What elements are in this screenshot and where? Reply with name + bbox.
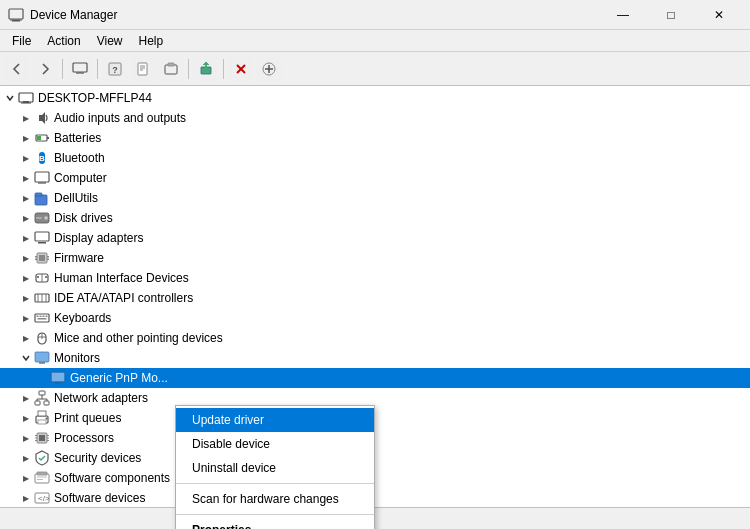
softdev-toggle[interactable]: ▶	[18, 490, 34, 506]
softcomp-label: Software components	[54, 471, 170, 485]
root-toggle[interactable]	[2, 90, 18, 106]
audio-toggle[interactable]: ▶	[18, 110, 34, 126]
menu-action[interactable]: Action	[39, 30, 88, 52]
monitors-icon	[34, 350, 50, 366]
context-menu: Update driver Disable device Uninstall d…	[175, 405, 375, 529]
hid-label: Human Interface Devices	[54, 271, 189, 285]
softcomp-toggle[interactable]: ▶	[18, 470, 34, 486]
firmware-toggle[interactable]: ▶	[18, 250, 34, 266]
minimize-button[interactable]: —	[600, 0, 646, 30]
toolbar-sep-3	[188, 59, 189, 79]
menu-help[interactable]: Help	[131, 30, 172, 52]
tree-firmware[interactable]: ▶ Firmware	[0, 248, 750, 268]
context-uninstall-device[interactable]: Uninstall device	[176, 456, 374, 480]
svg-rect-65	[39, 391, 45, 395]
svg-rect-19	[19, 93, 33, 102]
hid-toggle[interactable]: ▶	[18, 270, 34, 286]
security-toggle[interactable]: ▶	[18, 450, 34, 466]
tree-monitors[interactable]: Monitors	[0, 348, 750, 368]
display-label: Display adapters	[54, 231, 143, 245]
svg-rect-39	[47, 256, 49, 258]
generic-pnp-toggle	[34, 370, 50, 386]
network-toggle[interactable]: ▶	[18, 390, 34, 406]
print-toggle[interactable]: ▶	[18, 410, 34, 426]
monitors-toggle[interactable]	[18, 350, 34, 366]
ide-toggle[interactable]: ▶	[18, 290, 34, 306]
scan-button[interactable]	[158, 56, 184, 82]
add-button[interactable]	[256, 56, 282, 82]
update-driver-button[interactable]	[193, 56, 219, 82]
tree-dellutils[interactable]: ▶ DellUtils	[0, 188, 750, 208]
svg-rect-73	[38, 411, 46, 416]
batteries-label: Batteries	[54, 131, 101, 145]
processors-toggle[interactable]: ▶	[18, 430, 34, 446]
tree-batteries[interactable]: ▶ Batteries	[0, 128, 750, 148]
svg-rect-66	[35, 401, 40, 405]
tree-diskdrives[interactable]: ▶ Disk drives	[0, 208, 750, 228]
svg-rect-51	[37, 316, 39, 318]
toolbar-sep-2	[97, 59, 98, 79]
remove-button[interactable]	[228, 56, 254, 82]
context-update-driver[interactable]: Update driver	[176, 408, 374, 432]
svg-rect-55	[38, 318, 47, 320]
svg-rect-38	[35, 256, 37, 258]
forward-button[interactable]	[32, 56, 58, 82]
svg-rect-24	[37, 136, 41, 140]
title-bar: Device Manager — □ ✕	[0, 0, 750, 30]
close-button[interactable]: ✕	[696, 0, 742, 30]
bluetooth-toggle[interactable]: ▶	[18, 150, 34, 166]
window-title: Device Manager	[30, 8, 600, 22]
tree-display[interactable]: ▶ Display adapters	[0, 228, 750, 248]
back-button[interactable]	[4, 56, 30, 82]
keyboards-label: Keyboards	[54, 311, 111, 325]
svg-rect-63	[52, 373, 64, 381]
tree-computer[interactable]: ▶ Computer	[0, 168, 750, 188]
display-toggle[interactable]: ▶	[18, 230, 34, 246]
dellutils-toggle[interactable]: ▶	[18, 190, 34, 206]
mice-toggle[interactable]: ▶	[18, 330, 34, 346]
monitors-label: Monitors	[54, 351, 100, 365]
tree-mice[interactable]: ▶ Mice and other pointing devices	[0, 328, 750, 348]
device-manager-button[interactable]	[67, 56, 93, 82]
svg-rect-60	[36, 353, 48, 361]
firmware-label: Firmware	[54, 251, 104, 265]
mice-icon	[34, 330, 50, 346]
context-disable-device[interactable]: Disable device	[176, 432, 374, 456]
toolbar-sep-4	[223, 59, 224, 79]
context-properties[interactable]: Properties	[176, 518, 374, 529]
menu-view[interactable]: View	[89, 30, 131, 52]
svg-rect-0	[9, 9, 23, 19]
help-button[interactable]: ?	[102, 56, 128, 82]
diskdrives-toggle[interactable]: ▶	[18, 210, 34, 226]
menu-file[interactable]: File	[4, 30, 39, 52]
tree-print[interactable]: ▶ Print queues	[0, 408, 750, 428]
computer-toggle[interactable]: ▶	[18, 170, 34, 186]
computer-label: Computer	[54, 171, 107, 185]
svg-rect-37	[39, 255, 45, 261]
batteries-icon	[34, 130, 50, 146]
tree-keyboards[interactable]: ▶ Keyboards	[0, 308, 750, 328]
tree-ide[interactable]: ▶ IDE ATA/ATAPI controllers	[0, 288, 750, 308]
device-tree[interactable]: DESKTOP-MFFLP44 ▶ Audio inputs and outpu…	[0, 86, 750, 507]
properties-button[interactable]	[130, 56, 156, 82]
tree-software-components[interactable]: ▶ Software components	[0, 468, 750, 488]
batteries-toggle[interactable]: ▶	[18, 130, 34, 146]
tree-network[interactable]: ▶ Network adapters	[0, 388, 750, 408]
svg-rect-35	[38, 242, 46, 244]
tree-software-devices[interactable]: ▶ </> Software devices	[0, 488, 750, 507]
status-bar	[0, 507, 750, 529]
tree-generic-pnp[interactable]: Generic PnP Mo...	[0, 368, 750, 388]
svg-point-45	[45, 276, 47, 278]
tree-root[interactable]: DESKTOP-MFFLP44	[0, 88, 750, 108]
tree-audio[interactable]: ▶ Audio inputs and outputs	[0, 108, 750, 128]
maximize-button[interactable]: □	[648, 0, 694, 30]
context-scan-hardware[interactable]: Scan for hardware changes	[176, 487, 374, 511]
toolbar-sep-1	[62, 59, 63, 79]
tree-hid[interactable]: ▶ Human Interface Devices	[0, 268, 750, 288]
tree-processors[interactable]: ▶ Processors	[0, 428, 750, 448]
ide-icon	[34, 290, 50, 306]
display-icon	[34, 230, 50, 246]
tree-security[interactable]: ▶ Security devices	[0, 448, 750, 468]
keyboards-toggle[interactable]: ▶	[18, 310, 34, 326]
tree-bluetooth[interactable]: ▶ B Bluetooth	[0, 148, 750, 168]
